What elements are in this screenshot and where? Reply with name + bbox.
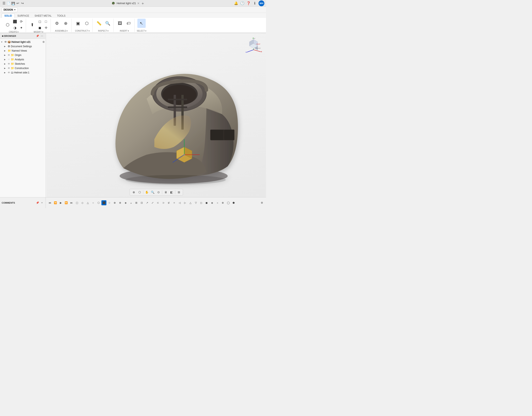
offset-plane-button[interactable]: ▣ <box>74 19 82 28</box>
new-component-button[interactable]: ⬡ <box>3 20 12 29</box>
tool-8[interactable]: ⊕ <box>112 200 117 205</box>
tool-3[interactable]: △ <box>85 200 90 205</box>
tool-26[interactable]: ◈ <box>209 200 214 205</box>
visibility-sketches[interactable]: 👁 <box>8 62 10 65</box>
tool-28[interactable]: ⊕ <box>220 200 225 205</box>
select-button[interactable]: ↖ <box>137 19 146 28</box>
mid-plane-button[interactable]: ⬡ <box>83 19 91 28</box>
browser-expand-button[interactable]: ⋯ <box>40 34 44 38</box>
tree-item-origin[interactable]: ▶ 👁 📁 Origin <box>0 53 46 57</box>
view-cube[interactable]: TOP FRONT RIGHT Z X Y <box>245 37 262 54</box>
tool-1[interactable]: ▢ <box>74 200 79 205</box>
visibility-helmet-side[interactable]: 👁 <box>8 71 10 74</box>
tree-item-helmet-side[interactable]: ▶ 👁 🗂 Helmet side:1 <box>0 70 46 75</box>
joint-button[interactable]: ⚙ <box>53 19 61 28</box>
timeline-start-button[interactable]: ⏮ <box>48 200 52 205</box>
tree-item-doc-settings[interactable]: ▶ ⚙ Document Settings <box>0 44 46 49</box>
browser-pin-button[interactable]: 📌 <box>36 34 39 38</box>
sweep-button[interactable]: ⟳ <box>18 19 24 25</box>
timeline-end-button[interactable]: ⏭ <box>69 200 74 205</box>
comments-pin-button[interactable]: 📌 <box>36 201 39 205</box>
file-icon[interactable]: 📄 <box>6 1 11 6</box>
tab-surface[interactable]: SURFACE <box>15 13 32 18</box>
visibility-analysis[interactable]: 👁 <box>8 58 10 61</box>
press-pull-button[interactable]: ⬆ <box>28 20 36 29</box>
timeline-next-button[interactable]: ⏩ <box>64 200 69 205</box>
undo-button[interactable]: ↩ <box>15 1 20 6</box>
measure-button[interactable]: 📏 <box>95 19 103 28</box>
tool-11[interactable]: ⟁ <box>128 200 133 205</box>
loft-button[interactable]: ✦ <box>18 25 24 31</box>
decal-button[interactable]: 🏷 <box>124 19 133 28</box>
tool-6[interactable]: ⬛ <box>101 200 106 205</box>
zoom-button[interactable]: 🔍 <box>150 189 155 195</box>
avatar[interactable]: WH <box>258 0 264 6</box>
viewport[interactable]: TOP FRONT RIGHT Z X Y ⊕ ⬡ ✋ 🔍 ⊙ 🖥 ◧ ⊞ <box>47 33 266 197</box>
tab-tools[interactable]: TOOLS <box>55 13 68 18</box>
info-icon[interactable]: ℹ <box>252 1 257 6</box>
inspect-arrow[interactable]: ▾ <box>107 30 108 32</box>
assemble-arrow[interactable]: ▾ <box>66 30 67 32</box>
tool-17[interactable]: ⊃ <box>161 200 166 205</box>
visual-style-button[interactable]: ◧ <box>169 189 174 195</box>
tree-item-sketches[interactable]: ▶ 👁 📁 Sketches <box>0 61 46 66</box>
tree-arrow-helmet-side[interactable]: ▶ <box>4 71 7 74</box>
fillet-button[interactable]: ◻ <box>37 19 43 25</box>
tool-23[interactable]: ▽ <box>193 200 198 205</box>
visibility-root[interactable]: 👁 <box>4 40 7 43</box>
tab-sheet-metal[interactable]: SHEET METAL <box>32 13 54 18</box>
tree-item-construction[interactable]: ▶ 👁 📁 Construction <box>0 66 46 70</box>
chamfer-button[interactable]: ◼ <box>37 25 43 31</box>
tool-22[interactable]: △ <box>188 200 193 205</box>
tool-20[interactable]: ◁ <box>177 200 182 205</box>
tool-19[interactable]: ⌗ <box>172 200 177 205</box>
comments-expand-button[interactable]: + <box>40 201 44 205</box>
timeline-prev-button[interactable]: ⏪ <box>53 200 58 205</box>
construct-arrow[interactable]: ▾ <box>88 30 90 32</box>
tool-12[interactable]: ⊞ <box>134 200 139 205</box>
tree-arrow-sketches[interactable]: ▶ <box>4 63 7 65</box>
menu-icon[interactable]: ☰ <box>2 1 6 6</box>
tool-5[interactable]: ⬡ <box>96 200 101 205</box>
tool-18[interactable]: ⊄ <box>166 200 171 205</box>
help-icon[interactable]: ❓ <box>246 1 251 6</box>
tree-arrow-origin[interactable]: ▶ <box>4 54 7 56</box>
section-analysis-button[interactable]: 🔍 <box>104 19 112 28</box>
tree-item-analysis[interactable]: ▶ 👁 📁 Analysis <box>0 57 46 61</box>
create-arrow[interactable]: ▾ <box>18 31 19 33</box>
clock-icon[interactable]: 🕐 <box>240 1 245 6</box>
home-view-button[interactable]: ⊕ <box>131 189 137 195</box>
modify-arrow[interactable]: ▾ <box>42 31 43 33</box>
tree-arrow-construction[interactable]: ▶ <box>4 67 7 69</box>
browser-collapse-arrow[interactable]: ◀ <box>2 35 3 37</box>
tree-arrow-named-views[interactable]: ▶ <box>4 50 7 52</box>
tool-21[interactable]: ▷ <box>182 200 188 205</box>
tool-15[interactable]: ⤢ <box>150 200 155 205</box>
tab-solid[interactable]: SOLID <box>2 13 15 18</box>
timeline-play-button[interactable]: ▶ <box>58 200 63 205</box>
tool-4[interactable]: ○ <box>91 200 95 205</box>
move-button[interactable]: ✛ <box>43 25 49 31</box>
pan-button[interactable]: ✋ <box>144 189 150 195</box>
visibility-origin[interactable]: 👁 <box>8 54 10 57</box>
tree-arrow-root[interactable]: ▼ <box>1 41 4 43</box>
insert-svg-button[interactable]: 🖼 <box>116 19 124 28</box>
tool-25[interactable]: ◼ <box>204 200 209 205</box>
tree-arrow-doc-settings[interactable]: ▶ <box>4 45 7 47</box>
tree-item-named-views[interactable]: ▶ 📁 Named Views <box>0 49 46 53</box>
revolve-button[interactable]: ◑ <box>12 25 18 31</box>
close-button[interactable]: ✕ <box>137 2 140 5</box>
redo-button[interactable]: ↪ <box>20 1 25 6</box>
tool-24[interactable]: ◻ <box>199 200 204 205</box>
select-arrow[interactable]: ▾ <box>145 30 146 32</box>
save-button[interactable]: 💾 <box>11 1 15 6</box>
tool-29[interactable]: ◯ <box>226 200 231 205</box>
tree-arrow-analysis[interactable]: ▶ <box>4 59 7 60</box>
settings-button[interactable]: ⚙ <box>259 200 264 205</box>
tool-2[interactable]: ◇ <box>80 200 85 205</box>
tool-27[interactable]: ⟐ <box>215 200 220 205</box>
insert-arrow[interactable]: ▾ <box>128 30 129 32</box>
visibility-construction[interactable]: 👁 <box>8 67 10 70</box>
shell-button[interactable]: □ <box>43 19 49 25</box>
display-mode-button[interactable]: 🖥 <box>163 189 169 195</box>
